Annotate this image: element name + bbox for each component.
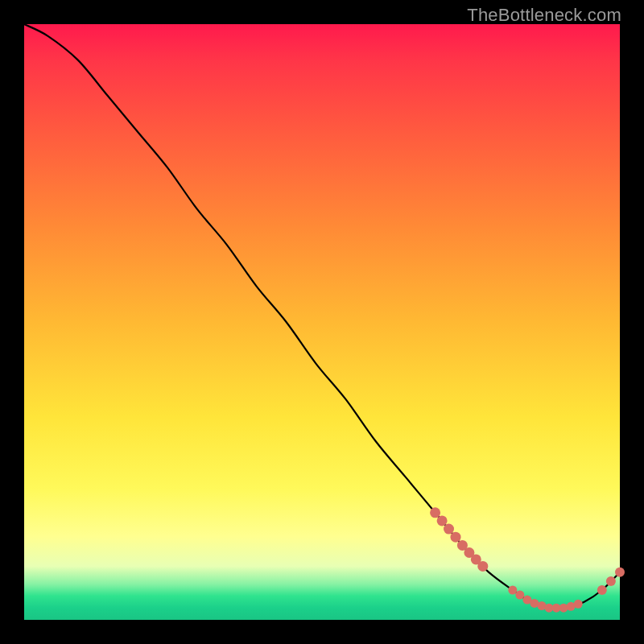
- data-marker: [508, 586, 517, 595]
- watermark-text: TheBottleneck.com: [467, 5, 621, 26]
- data-marker: [606, 576, 616, 586]
- chart-frame: TheBottleneck.com: [0, 0, 644, 644]
- data-marker: [515, 591, 524, 600]
- data-marker: [444, 524, 454, 535]
- data-marker: [451, 532, 461, 543]
- marker-group: [430, 507, 625, 612]
- data-marker: [597, 585, 607, 595]
- data-marker: [615, 568, 625, 577]
- data-marker: [437, 515, 448, 526]
- data-marker: [477, 561, 488, 572]
- data-marker: [574, 600, 583, 609]
- bottleneck-curve: [24, 24, 620, 609]
- data-marker: [559, 604, 568, 613]
- data-marker: [430, 507, 440, 518]
- chart-overlay: [24, 24, 620, 620]
